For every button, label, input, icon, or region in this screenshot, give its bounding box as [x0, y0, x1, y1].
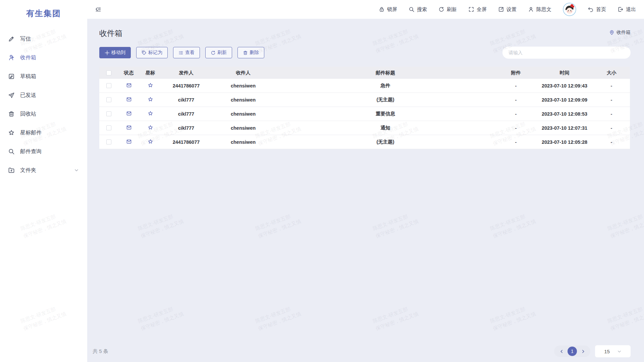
user-avatar[interactable] [563, 3, 576, 16]
star-cell [140, 82, 161, 89]
row-checkbox[interactable] [106, 111, 111, 116]
move-icon [105, 50, 110, 55]
topbar-item-3[interactable]: 刷新 [438, 6, 457, 13]
mail-row-1[interactable]: 2441786077chensiwen急件-2023-07-10 12:09:4… [99, 79, 630, 93]
pager-pill: 1 [554, 346, 590, 357]
sidebar-item-8[interactable]: 文件夹 [0, 161, 87, 180]
toolbar-button-label: 标记为 [148, 50, 162, 56]
toolbar-button-label: 删除 [250, 50, 259, 56]
recipient-cell: chensiwen [211, 125, 275, 131]
row-checkbox[interactable] [106, 139, 111, 144]
size-cell: - [593, 83, 630, 88]
topbar-item-4[interactable]: 全屏 [468, 6, 487, 13]
sidebar-item-6[interactable]: 星标邮件 [0, 123, 87, 142]
row-checkbox[interactable] [106, 125, 111, 130]
mail-row-5[interactable]: 2441786077chensiwen(无主题)-2023-07-10 12:0… [99, 135, 630, 149]
sidebar-item-label: 已发送 [20, 92, 36, 99]
unread-mail-icon[interactable] [126, 139, 132, 144]
edit-square-icon [498, 6, 504, 12]
time-cell: 2023-07-10 12:05:28 [536, 139, 593, 145]
table-body: 2441786077chensiwen急件-2023-07-10 12:09:4… [99, 79, 630, 149]
sidebar-item-label: 写信 [20, 36, 31, 43]
mail-row-3[interactable]: cikl777chensiwen重要信息-2023-07-10 12:08:53… [99, 107, 630, 121]
size-cell: - [593, 97, 630, 103]
search-input[interactable] [508, 50, 625, 55]
topbar-item-2[interactable]: 搜索 [409, 6, 427, 13]
mail-row-2[interactable]: cikl777chensiwen(无主题)-2023-07-10 12:09:0… [99, 93, 630, 107]
column-header-6: 邮件标题 [275, 70, 496, 76]
unread-mail-icon[interactable] [126, 111, 132, 116]
topbar-exit[interactable]: 退出 [618, 6, 636, 13]
toolbar: 移动到标记为查看刷新删除 [99, 47, 631, 59]
star-toggle-icon[interactable] [148, 97, 153, 102]
row-checkbox[interactable] [106, 97, 111, 102]
select-all-checkbox[interactable] [106, 70, 111, 75]
page-size-value: 15 [604, 349, 610, 354]
status-cell [118, 111, 140, 117]
topbar-home[interactable]: 首页 [588, 6, 606, 13]
collapse-sidebar-icon[interactable] [95, 6, 101, 13]
sidebar-item-7[interactable]: 邮件查询 [0, 142, 87, 161]
status-cell [118, 97, 140, 103]
column-header-2: 状态 [118, 70, 140, 76]
star-toggle-icon[interactable] [148, 125, 153, 130]
unread-mail-icon[interactable] [126, 82, 132, 88]
subject-cell: (无主题) [275, 139, 496, 145]
next-page-icon[interactable] [579, 347, 587, 355]
column-header-1 [99, 70, 118, 75]
sidebar-item-4[interactable]: 已发送 [0, 86, 87, 105]
column-header-5: 收件人 [211, 70, 275, 76]
sidebar: 有生集团 写信收件箱草稿箱已发送回收站星标邮件邮件查询文件夹 [0, 0, 87, 362]
attachment-cell: - [496, 97, 536, 103]
page-size-select[interactable]: 15 [595, 345, 631, 357]
toolbar-button-label: 移动到 [111, 50, 125, 56]
pencil-icon [8, 36, 15, 42]
search-icon [409, 6, 415, 12]
row-checkbox[interactable] [106, 83, 111, 88]
attachment-cell: - [496, 83, 536, 88]
column-header-3: 星标 [140, 70, 161, 76]
topbar-item-1[interactable]: 锁屏 [379, 6, 397, 13]
toolbar-button-3[interactable]: 查看 [173, 47, 200, 58]
sidebar-item-3[interactable]: 草稿箱 [0, 67, 87, 86]
time-cell: 2023-07-10 12:09:09 [536, 97, 593, 103]
page-number-1[interactable]: 1 [568, 347, 577, 356]
topbar-item-6[interactable]: 陈思文 [528, 6, 551, 13]
toolbar-button-1[interactable]: 移动到 [99, 47, 131, 58]
topbar-item-1-label: 锁屏 [387, 6, 397, 13]
toolbar-button-2[interactable]: 标记为 [136, 47, 168, 58]
sender-cell: 2441786077 [161, 139, 211, 145]
toolbar-button-4[interactable]: 刷新 [205, 47, 232, 58]
refresh-icon [211, 50, 216, 55]
total-count: 共 5 条 [93, 348, 108, 355]
checkbox-cell [99, 139, 118, 144]
prev-page-icon[interactable] [557, 347, 566, 355]
list-footer: 共 5 条 1 15 [93, 345, 631, 357]
mail-row-4[interactable]: cikl777chensiwen通知-2023-07-10 12:07:31- [99, 121, 630, 135]
unread-mail-icon[interactable] [126, 125, 132, 130]
sender-cell: cikl777 [161, 111, 211, 117]
breadcrumb[interactable]: 收件箱 [609, 29, 631, 36]
sidebar-item-5[interactable]: 回收站 [0, 105, 87, 123]
topbar-item-5[interactable]: 设置 [498, 6, 517, 13]
main-content: 收件箱 收件箱 移动到标记为查看刷新删除 状态星标发件人收件人邮件标题附件时间大… [87, 19, 644, 362]
column-header-9: 大小 [593, 70, 630, 76]
toolbar-button-5[interactable]: 删除 [237, 47, 264, 58]
search-icon [8, 148, 15, 155]
sidebar-item-1[interactable]: 写信 [0, 29, 87, 48]
page-title: 收件箱 [99, 28, 122, 39]
checkbox-cell [99, 111, 118, 116]
star-toggle-icon[interactable] [148, 111, 153, 116]
time-cell: 2023-07-10 12:09:43 [536, 83, 593, 88]
subject-cell: (无主题) [275, 97, 496, 103]
sidebar-item-label: 回收站 [20, 111, 36, 118]
size-cell: - [593, 125, 630, 131]
breadcrumb-label: 收件箱 [616, 29, 631, 36]
sidebar-item-2[interactable]: 收件箱 [0, 48, 87, 67]
sidebar-item-label: 文件夹 [20, 167, 36, 174]
lock-icon [379, 6, 385, 12]
star-toggle-icon[interactable] [148, 82, 153, 88]
unread-mail-icon[interactable] [126, 97, 132, 102]
subject-cell: 重要信息 [275, 111, 496, 117]
star-toggle-icon[interactable] [148, 139, 153, 144]
